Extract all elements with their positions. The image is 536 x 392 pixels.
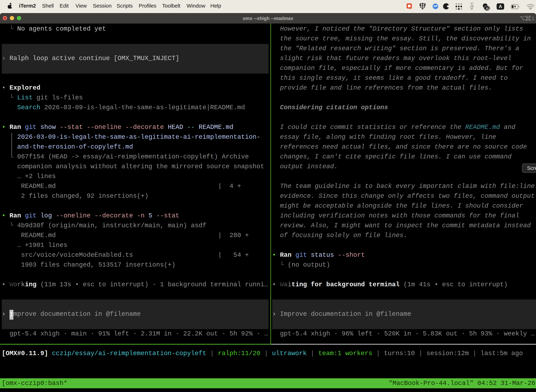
svg-text:1: 1 — [531, 16, 534, 21]
svg-text:..61: ..61 — [484, 7, 490, 10]
